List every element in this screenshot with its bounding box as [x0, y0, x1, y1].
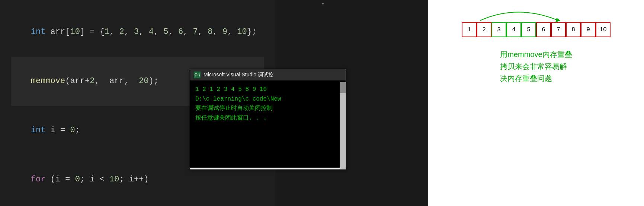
debug-titlebar: C:\ Microsoft Visual Studio 调试控 — [190, 69, 346, 80]
array-cell-9: 10 — [596, 22, 611, 37]
output-line-3: 要在调试停止时自动关闭控制 — [195, 104, 340, 114]
memmove-arrow — [473, 2, 577, 24]
cmd-icon: C:\ — [194, 72, 201, 78]
scrollbar[interactable] — [340, 82, 346, 169]
desc-line-3: 决内存重叠问题 — [500, 72, 572, 84]
svg-marker-0 — [555, 18, 560, 22]
array-cell-3: 4 — [506, 22, 521, 37]
array-cell-2: 3 — [491, 22, 506, 37]
desc-line-1: 用memmove内存重叠 — [500, 48, 572, 60]
output-line-2: D:\c-learning\c code\New — [195, 95, 340, 104]
array-cell-0: 1 — [462, 22, 477, 37]
description-text: 用memmove内存重叠 拷贝来会非常容易解 决内存重叠问题 — [500, 48, 572, 84]
desc-line-2: 拷贝来会非常容易解 — [500, 60, 572, 72]
array-cell-7: 8 — [566, 22, 581, 37]
output-line-4: 按任意键关闭此窗口. . . — [195, 114, 340, 123]
code-line-5: { — [11, 204, 264, 206]
array-cell-4: 5 — [521, 22, 536, 37]
array-cells-container: 12345678910 — [462, 22, 611, 37]
array-cell-5: 6 — [536, 22, 551, 37]
output-line-1: 1 2 1 2 3 4 5 8 9 10 — [195, 85, 340, 95]
keyword-int: int — [31, 27, 46, 37]
decorative-dot — [322, 3, 324, 4]
array-diagram: 12345678910 — [462, 22, 611, 37]
debug-console-window[interactable]: C:\ Microsoft Visual Studio 调试控 1 2 1 2 … — [190, 69, 346, 169]
scroll-thumb[interactable] — [340, 82, 346, 93]
code-line-1: int arr[10] = {1, 2, 3, 4, 5, 6, 7, 8, 9… — [11, 7, 264, 57]
debug-title: Microsoft Visual Studio 调试控 — [204, 72, 273, 78]
array-cell-8: 9 — [581, 22, 596, 37]
array-cell-6: 7 — [551, 22, 566, 37]
debug-output: 1 2 1 2 3 4 5 8 9 10 D:\c-learning\c cod… — [190, 80, 346, 168]
diagram-panel: 12345678910 用memmove内存重叠 拷贝来会非常容易解 决内存重叠… — [428, 0, 644, 206]
array-cell-1: 2 — [477, 22, 491, 37]
